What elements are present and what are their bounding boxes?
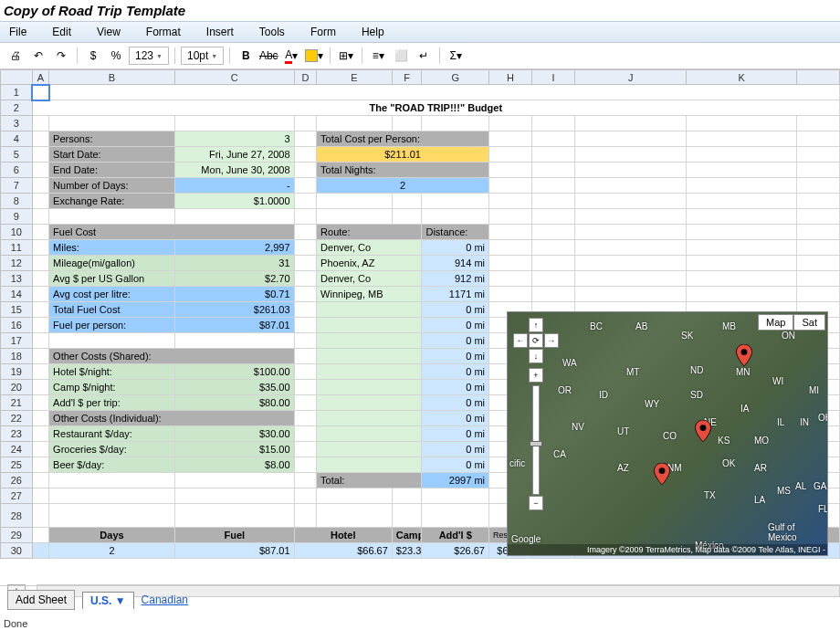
summary-value[interactable]: $87.01 bbox=[174, 543, 294, 559]
cell-label[interactable]: Total Nights: bbox=[317, 163, 489, 178]
cell-label[interactable]: Total Cost per Person: bbox=[317, 131, 489, 147]
route-place[interactable] bbox=[317, 349, 422, 364]
cell-label[interactable]: Miles: bbox=[49, 240, 175, 256]
col-header[interactable]: I bbox=[531, 70, 574, 85]
route-place[interactable] bbox=[317, 318, 422, 333]
cell-label[interactable]: Other Costs (Shared): bbox=[49, 349, 295, 364]
row-header[interactable]: 11 bbox=[1, 240, 33, 256]
wrap-icon[interactable]: ↵ bbox=[414, 46, 434, 66]
cell-value[interactable]: $2.70 bbox=[174, 271, 294, 287]
row-header[interactable]: 20 bbox=[1, 380, 33, 395]
menu-help[interactable]: Help bbox=[362, 26, 384, 38]
menu-file[interactable]: File bbox=[9, 26, 26, 38]
cell-label[interactable]: Restaurant $/day: bbox=[49, 426, 175, 442]
menu-insert[interactable]: Insert bbox=[206, 26, 234, 38]
row-header[interactable]: 4 bbox=[1, 131, 33, 147]
cell-label[interactable]: Total Fuel Cost bbox=[49, 302, 175, 318]
cell-value[interactable]: $15.00 bbox=[174, 442, 294, 457]
cell-label[interactable]: Distance: bbox=[422, 225, 489, 240]
col-header[interactable]: J bbox=[574, 70, 687, 85]
row-header[interactable]: 18 bbox=[1, 349, 33, 364]
map-marker-icon[interactable] bbox=[736, 344, 752, 366]
cell-value[interactable]: $261.03 bbox=[174, 302, 294, 318]
cell-label[interactable]: Number of Days: bbox=[49, 178, 175, 194]
col-header[interactable]: K bbox=[687, 70, 796, 85]
budget-title[interactable]: The "ROAD TRIP!!!" Budget bbox=[32, 100, 839, 116]
row-header[interactable]: 24 bbox=[1, 442, 33, 457]
route-total[interactable]: 2997 mi bbox=[422, 473, 489, 488]
row-header[interactable]: 8 bbox=[1, 194, 33, 209]
row-header[interactable]: 1 bbox=[1, 85, 33, 100]
cell-value[interactable]: $211.01 bbox=[317, 147, 489, 163]
cell-label[interactable]: Total: bbox=[317, 473, 422, 488]
cell-label[interactable]: Fuel Cost bbox=[49, 225, 295, 240]
col-header[interactable]: H bbox=[489, 70, 532, 85]
route-dist[interactable]: 912 mi bbox=[422, 271, 489, 287]
cell-label[interactable]: Route: bbox=[317, 225, 422, 240]
cell-label[interactable]: Mileage(mi/gallon) bbox=[49, 256, 175, 271]
select-all[interactable] bbox=[1, 70, 33, 85]
menu-edit[interactable]: Edit bbox=[52, 26, 71, 38]
row-header[interactable]: 26 bbox=[1, 473, 33, 488]
align-icon[interactable]: ≡▾ bbox=[368, 46, 388, 66]
row-header[interactable]: 7 bbox=[1, 178, 33, 194]
route-dist[interactable]: 0 mi bbox=[422, 240, 489, 256]
summary-header[interactable]: Fuel bbox=[174, 528, 294, 543]
cell-label[interactable]: Add'l $ per trip: bbox=[49, 395, 175, 411]
route-place[interactable] bbox=[317, 457, 422, 473]
cell-value[interactable]: - bbox=[174, 178, 294, 194]
cell[interactable] bbox=[49, 85, 840, 100]
route-dist[interactable]: 0 mi bbox=[422, 380, 489, 395]
merge-icon[interactable]: ⬜ bbox=[391, 46, 411, 66]
menu-format[interactable]: Format bbox=[146, 26, 181, 38]
pan-right-icon[interactable]: → bbox=[544, 333, 559, 348]
recenter-icon[interactable]: ⟳ bbox=[529, 333, 543, 348]
row-header[interactable]: 3 bbox=[1, 116, 33, 131]
route-place[interactable] bbox=[317, 380, 422, 395]
undo-icon[interactable]: ↶ bbox=[28, 46, 48, 66]
zoom-in-icon[interactable]: + bbox=[529, 368, 543, 383]
menu-form[interactable]: Form bbox=[310, 26, 336, 38]
strikethrough-icon[interactable]: Abc bbox=[258, 46, 278, 66]
route-place[interactable]: Phoenix, AZ bbox=[317, 256, 422, 271]
cell-value[interactable]: 2,997 bbox=[174, 240, 294, 256]
summary-header[interactable]: Camping bbox=[392, 528, 422, 543]
format-currency[interactable]: $ bbox=[83, 46, 103, 66]
text-color-icon[interactable]: A▾ bbox=[281, 46, 301, 66]
menu-view[interactable]: View bbox=[97, 26, 121, 38]
route-dist[interactable]: 0 mi bbox=[422, 318, 489, 333]
cell-value[interactable]: $1.0000 bbox=[174, 194, 294, 209]
summary-value[interactable]: $66.67 bbox=[294, 543, 392, 559]
cell-value[interactable]: $8.00 bbox=[174, 457, 294, 473]
cell-value[interactable]: $87.01 bbox=[174, 318, 294, 333]
col-header[interactable]: D bbox=[294, 70, 317, 85]
cell-value[interactable]: 31 bbox=[174, 256, 294, 271]
cell-label[interactable]: Camp $/night: bbox=[49, 380, 175, 395]
map-marker-icon[interactable] bbox=[654, 463, 670, 485]
row-header[interactable]: 2 bbox=[1, 100, 33, 116]
fill-color-icon[interactable]: ▾ bbox=[304, 46, 324, 66]
cell-value[interactable]: $0.71 bbox=[174, 287, 294, 302]
route-place[interactable] bbox=[317, 302, 422, 318]
summary-value[interactable]: $23.33 bbox=[392, 543, 422, 559]
cell-value[interactable]: 2 bbox=[317, 178, 489, 194]
route-dist[interactable]: 914 mi bbox=[422, 256, 489, 271]
format-percent[interactable]: % bbox=[106, 46, 126, 66]
row-header[interactable]: 29 bbox=[1, 528, 33, 543]
cell-label[interactable]: Exchange Rate: bbox=[49, 194, 175, 209]
number-format-dropdown[interactable]: 123 bbox=[129, 47, 169, 65]
row-header[interactable]: 17 bbox=[1, 333, 33, 349]
bold-icon[interactable]: B bbox=[236, 46, 256, 66]
cell[interactable] bbox=[32, 85, 48, 100]
col-header[interactable]: A bbox=[32, 70, 48, 85]
col-header[interactable]: C bbox=[174, 70, 294, 85]
route-place[interactable] bbox=[317, 395, 422, 411]
route-dist[interactable]: 0 mi bbox=[422, 411, 489, 426]
route-dist[interactable]: 0 mi bbox=[422, 302, 489, 318]
cell-label[interactable]: Avg cost per litre: bbox=[49, 287, 175, 302]
row-header[interactable]: 19 bbox=[1, 364, 33, 380]
route-place[interactable]: Winnipeg, MB bbox=[317, 287, 422, 302]
cell-label[interactable]: Hotel $/night: bbox=[49, 364, 175, 380]
route-dist[interactable]: 1171 mi bbox=[422, 287, 489, 302]
cell-value[interactable]: $35.00 bbox=[174, 380, 294, 395]
